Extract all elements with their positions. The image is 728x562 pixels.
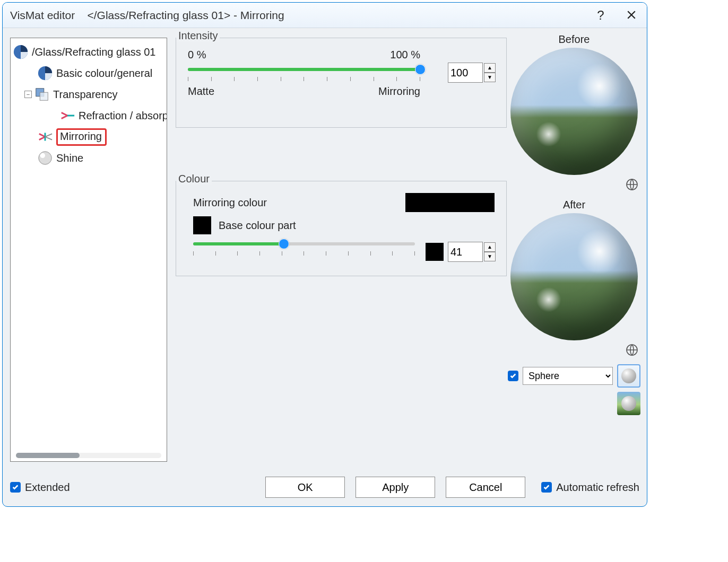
base-colour-result-swatch	[426, 243, 444, 261]
base-colour-slider[interactable]	[193, 239, 415, 249]
intensity-slider-thumb[interactable]	[415, 64, 426, 75]
collapse-toggle[interactable]: −	[24, 91, 32, 98]
before-preview	[510, 48, 638, 175]
tree-item-shine[interactable]: Shine	[13, 147, 167, 169]
auto-refresh-label: Automatic refresh	[556, 481, 639, 494]
material-tree[interactable]: /Glass/Refracting glass 01 Basic colour/…	[10, 38, 167, 462]
material-root-icon	[13, 44, 29, 60]
intensity-max-label: Mirroring	[378, 85, 420, 98]
base-colour-swatch[interactable]	[193, 216, 211, 234]
base-colour-spin-up[interactable]: ▲	[484, 242, 496, 252]
close-button[interactable]	[623, 8, 639, 23]
tree-root[interactable]: /Glass/Refracting glass 01	[13, 41, 167, 63]
colour-legend: Colour	[176, 173, 212, 185]
titlebar: VisMat editor </Glass/Refracting glass 0…	[3, 3, 647, 28]
help-button[interactable]: ?	[593, 8, 609, 23]
preview-shape-select[interactable]: Sphere	[523, 367, 613, 385]
tree-root-label: /Glass/Refracting glass 01	[32, 46, 155, 58]
tree-item-transparency[interactable]: − Transparency	[13, 84, 167, 105]
mirroring-colour-label: Mirroring colour	[193, 197, 267, 209]
preview-shape-thumbnail[interactable]	[617, 364, 640, 388]
footer: Extended OK Apply Cancel Automatic refre…	[10, 477, 639, 498]
base-colour-label: Base colour part	[219, 219, 296, 232]
shape-enable-checkbox[interactable]	[508, 371, 518, 381]
shine-icon	[37, 150, 53, 166]
close-icon	[627, 10, 636, 20]
preview-background-thumbnail[interactable]	[617, 392, 640, 415]
svg-rect-3	[40, 92, 48, 100]
intensity-spin-up[interactable]: ▲	[484, 63, 496, 73]
apply-button[interactable]: Apply	[356, 477, 435, 498]
after-preview	[510, 213, 638, 340]
base-colour-spin-down[interactable]: ▼	[484, 252, 496, 261]
tree-item-basic-colour[interactable]: Basic colour/general	[13, 63, 167, 84]
before-label: Before	[508, 33, 640, 46]
vismat-editor-window: VisMat editor </Glass/Refracting glass 0…	[2, 2, 647, 507]
after-environment-button[interactable]	[508, 344, 638, 359]
document-name: </Glass/Refracting glass 01> - Mirroring	[88, 9, 284, 21]
intensity-max-pct: 100 %	[390, 49, 420, 61]
before-environment-button[interactable]	[508, 178, 638, 194]
basic-colour-icon	[37, 65, 53, 81]
intensity-group: Intensity 0 % 100 % Matte	[176, 38, 507, 128]
intensity-min-label: Matte	[188, 85, 214, 98]
refraction-icon	[59, 108, 75, 124]
base-colour-value-input[interactable]	[448, 242, 483, 262]
tree-item-refraction[interactable]: Refraction / absorption	[13, 105, 167, 126]
intensity-value-input[interactable]	[448, 63, 483, 83]
extended-checkbox[interactable]	[10, 482, 21, 493]
svg-point-4	[39, 152, 51, 164]
transparency-icon	[34, 86, 50, 102]
intensity-slider[interactable]	[188, 64, 420, 75]
tree-item-mirroring[interactable]: Mirroring	[13, 126, 167, 147]
scrollbar-thumb[interactable]	[16, 453, 80, 458]
base-colour-slider-thumb[interactable]	[279, 239, 289, 249]
mirroring-colour-swatch[interactable]	[405, 193, 495, 212]
svg-point-5	[40, 153, 45, 158]
tree-horizontal-scrollbar[interactable]	[16, 453, 161, 458]
intensity-legend: Intensity	[176, 30, 220, 42]
after-label: After	[508, 199, 640, 211]
globe-icon	[626, 344, 638, 356]
globe-icon	[626, 178, 638, 191]
tree-item-mirroring-label: Mirroring	[56, 128, 107, 146]
auto-refresh-checkbox[interactable]	[541, 482, 552, 493]
mirroring-icon	[37, 129, 53, 145]
preview-panel: Before After Sphere	[508, 33, 640, 415]
window-title: VisMat editor </Glass/Refracting glass 0…	[10, 9, 284, 22]
extended-label: Extended	[25, 481, 70, 494]
ok-button[interactable]: OK	[265, 477, 345, 498]
intensity-spin-down[interactable]: ▼	[484, 73, 496, 82]
intensity-min-pct: 0 %	[188, 49, 206, 61]
app-name: VisMat editor	[10, 9, 75, 21]
cancel-button[interactable]: Cancel	[446, 477, 525, 498]
colour-group: Colour Mirroring colour Base colour part	[176, 181, 507, 276]
